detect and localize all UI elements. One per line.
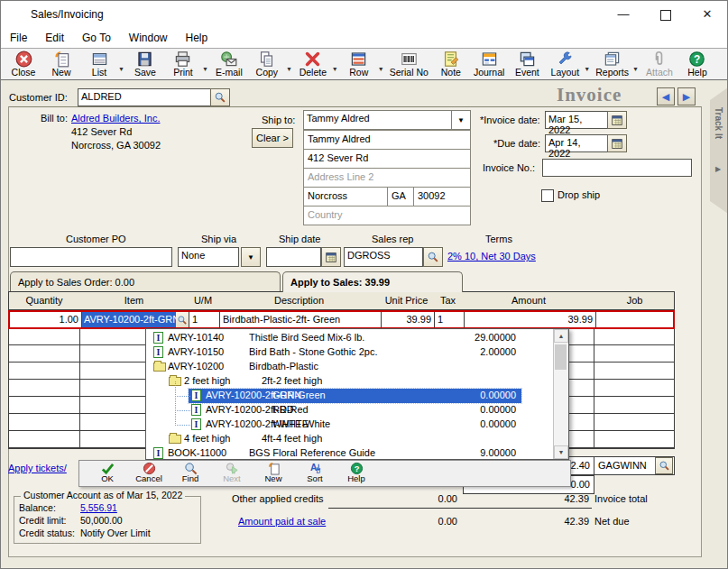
customer-id-input[interactable]: ALDRED bbox=[78, 88, 211, 106]
journal-button[interactable]: Journal bbox=[470, 50, 508, 78]
scrollbar-thumb[interactable] bbox=[555, 344, 567, 370]
lookup-help-button[interactable]: ? Help bbox=[336, 462, 377, 483]
scroll-up-icon[interactable]: ▲ bbox=[554, 329, 568, 343]
menu-help[interactable]: Help bbox=[177, 32, 217, 44]
quantity-cell[interactable]: 1.00 bbox=[10, 312, 82, 327]
ship-to-name-field[interactable]: Tammy Aldred bbox=[303, 130, 471, 150]
terms-link[interactable]: 2% 10, Net 30 Days bbox=[447, 251, 536, 262]
lookup-row[interactable]: I BOOK-11000 BGS Floral Reference Guide … bbox=[146, 446, 554, 461]
item-edit-input[interactable]: AVRY-10200-2ft-GRN bbox=[82, 312, 176, 327]
ship-date-input[interactable] bbox=[266, 247, 321, 267]
ship-to-address1-field[interactable]: 412 Sever Rd bbox=[303, 149, 471, 169]
column-header-um[interactable]: U/M bbox=[188, 295, 218, 306]
sales-rep-lookup-button[interactable] bbox=[423, 247, 443, 267]
lookup-row[interactable]: I AVRY-10200-2ft-RD RD-Red 0.00000 bbox=[146, 403, 554, 418]
note-button[interactable]: Note bbox=[432, 50, 470, 78]
next-record-button[interactable]: ▶ bbox=[677, 87, 696, 106]
lookup-row-selected[interactable]: I AVRY-10200-2ft-GRN GRN-Green 0.00000 bbox=[146, 389, 554, 403]
print-dropdown-icon[interactable]: ▼ bbox=[202, 66, 208, 72]
customer-id-lookup-button[interactable] bbox=[210, 88, 230, 106]
previous-record-button[interactable]: ◀ bbox=[657, 87, 675, 106]
ship-date-calendar-button[interactable] bbox=[321, 247, 341, 267]
tab-apply-to-sales[interactable]: Apply to Sales: 39.99 bbox=[282, 271, 463, 292]
lookup-row[interactable]: I AVRY-10140 Thistle Bird Seed Mix-6 lb.… bbox=[146, 331, 554, 345]
ship-to-state-field[interactable]: GA bbox=[387, 187, 414, 206]
layout-dropdown-icon[interactable]: ▼ bbox=[584, 66, 590, 72]
minimize-button[interactable]: — bbox=[610, 5, 637, 24]
tab-apply-to-sales-order[interactable]: Apply to Sales Order: 0.00 bbox=[10, 271, 281, 292]
lookup-row[interactable]: I AVRY-10150 Bird Bath - Stone Gothic 2p… bbox=[146, 345, 554, 360]
sales-rep-input[interactable]: DGROSS bbox=[344, 247, 423, 267]
sales-tax-lookup-button[interactable] bbox=[655, 457, 673, 474]
ship-via-combo-arrow-icon[interactable]: ▼ bbox=[241, 247, 261, 267]
apply-tickets-link[interactable]: Apply tickets/ bbox=[8, 463, 67, 473]
balance-link[interactable]: 5,556.91 bbox=[80, 502, 117, 513]
help-button[interactable]: ? Help bbox=[678, 50, 716, 78]
ship-to-zip-field[interactable]: 30092 bbox=[413, 187, 471, 206]
ship-to-city-field[interactable]: Norcross bbox=[303, 187, 388, 206]
delete-dropdown-icon[interactable]: ▼ bbox=[332, 66, 338, 72]
description-cell[interactable]: Birdbath-Plastic-2ft- Green bbox=[220, 312, 382, 327]
column-header-tax[interactable]: Tax bbox=[433, 295, 463, 306]
new-button[interactable]: New bbox=[42, 50, 80, 78]
item-lookup-button[interactable] bbox=[176, 312, 189, 327]
invoice-date-input[interactable]: Mar 15, 2022 bbox=[545, 111, 608, 129]
row-dropdown-icon[interactable]: ▼ bbox=[378, 66, 384, 72]
ok-button[interactable]: OK bbox=[87, 462, 128, 483]
active-invoice-row[interactable]: 1.00 AVRY-10200-2ft-GRN 1 Birdbath-Plast… bbox=[8, 310, 675, 329]
reports-button[interactable]: Reports bbox=[592, 50, 632, 78]
column-header-description[interactable]: Description bbox=[218, 295, 380, 306]
lookup-row[interactable]: AVRY-10200 Birdbath-Plastic bbox=[146, 360, 554, 374]
menu-file[interactable]: File bbox=[1, 32, 36, 44]
event-button[interactable]: Event bbox=[508, 50, 546, 78]
copy-dropdown-icon[interactable]: ▼ bbox=[286, 66, 292, 72]
column-header-quantity[interactable]: Quantity bbox=[8, 295, 80, 306]
menu-window[interactable]: Window bbox=[120, 32, 177, 44]
column-header-unit-price[interactable]: Unit Price bbox=[380, 295, 433, 306]
serial-no-button[interactable]: Serial No bbox=[386, 50, 432, 78]
tax-cell[interactable]: 1 bbox=[435, 312, 465, 327]
close-window-button[interactable]: ✕ bbox=[694, 5, 721, 24]
due-date-calendar-button[interactable] bbox=[607, 134, 627, 152]
ship-to-address2-field[interactable]: Address Line 2 bbox=[303, 168, 471, 188]
print-button[interactable]: Print bbox=[164, 50, 202, 78]
lookup-scrollbar[interactable]: ▲ ▼ bbox=[553, 329, 568, 459]
cancel-button[interactable]: Cancel bbox=[128, 462, 170, 483]
new-item-button[interactable]: New bbox=[253, 462, 294, 483]
clear-button[interactable]: Clear > bbox=[252, 128, 293, 148]
amount-cell[interactable]: 39.99 bbox=[465, 312, 596, 327]
copy-button[interactable]: Copy bbox=[248, 50, 286, 78]
ship-via-select[interactable]: None bbox=[178, 247, 239, 267]
um-cell[interactable]: 1 bbox=[189, 312, 220, 327]
job-cell[interactable] bbox=[596, 312, 677, 327]
due-date-input[interactable]: Apr 14, 2022 bbox=[545, 134, 608, 152]
lookup-row[interactable]: 2 feet high 2ft-2 feet high bbox=[146, 374, 554, 389]
bill-to-customer-link[interactable]: Aldred Builders, Inc. bbox=[71, 113, 160, 124]
invoice-no-input[interactable] bbox=[542, 159, 692, 177]
track-it-tab[interactable]: Track It ▶ bbox=[710, 87, 728, 214]
list-dropdown-icon[interactable]: ▼ bbox=[118, 66, 124, 72]
amount-paid-link[interactable]: Amount paid at sale bbox=[238, 516, 326, 527]
lookup-row[interactable]: 4 feet high 4ft-4 feet high bbox=[146, 432, 554, 446]
ship-to-country-field[interactable]: Country bbox=[303, 206, 471, 225]
maximize-button[interactable] bbox=[652, 5, 679, 24]
column-header-job[interactable]: Job bbox=[594, 295, 675, 306]
reports-dropdown-icon[interactable]: ▼ bbox=[632, 66, 639, 72]
list-button[interactable]: List bbox=[80, 50, 118, 78]
column-header-amount[interactable]: Amount bbox=[463, 295, 594, 306]
column-header-item[interactable]: Item bbox=[80, 295, 188, 306]
ship-to-combo-arrow-icon[interactable]: ▼ bbox=[451, 110, 471, 130]
customer-po-input[interactable] bbox=[10, 247, 172, 267]
lookup-row[interactable]: I AVRY-10200-2ft-WHTE WHTE-White 0.00000 bbox=[146, 418, 554, 432]
menu-goto[interactable]: Go To bbox=[73, 32, 120, 44]
ship-to-select[interactable]: Tammy Aldred bbox=[303, 110, 452, 130]
email-button[interactable]: E-mail bbox=[210, 50, 248, 78]
scroll-down-icon[interactable]: ▼ bbox=[554, 445, 568, 459]
menu-edit[interactable]: Edit bbox=[36, 32, 73, 44]
delete-button[interactable]: Delete bbox=[294, 50, 332, 78]
row-button[interactable]: Row bbox=[340, 50, 378, 78]
layout-button[interactable]: Layout bbox=[546, 50, 584, 78]
sort-button[interactable]: Ab Sort bbox=[294, 462, 336, 483]
close-button[interactable]: Close bbox=[5, 50, 42, 78]
drop-ship-checkbox[interactable] bbox=[541, 189, 554, 202]
